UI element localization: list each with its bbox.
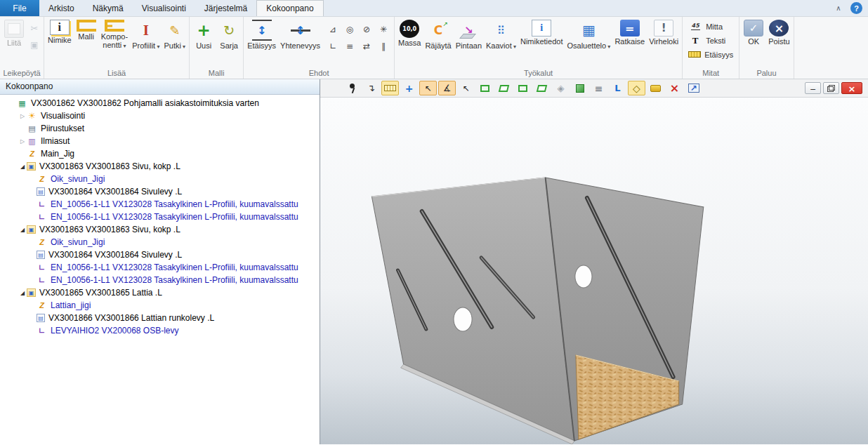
parallel-constraint-button[interactable]: ∥ bbox=[376, 39, 391, 54]
tree-expander-icon[interactable] bbox=[18, 113, 27, 119]
tab-arkisto[interactable]: Arkisto bbox=[39, 0, 84, 16]
paste-button[interactable]: Liitä bbox=[1, 18, 27, 48]
pick-plane-button[interactable] bbox=[495, 81, 513, 95]
corner-constraint-button[interactable]: ∟ bbox=[325, 39, 341, 54]
equal-constraint-button[interactable]: ≡ bbox=[342, 39, 357, 54]
tree-item-piirustukset[interactable]: Piirustukset bbox=[0, 122, 320, 135]
kaaviot-button[interactable]: Kaaviot ▾ bbox=[484, 18, 518, 53]
uusi-icon bbox=[194, 20, 213, 41]
angle-constraint-button[interactable]: ⊿ bbox=[325, 22, 341, 37]
cursor-icon: ↖ bbox=[424, 84, 431, 93]
pick-loop-button[interactable] bbox=[514, 81, 532, 95]
tree-item-profiili-2b[interactable]: EN_10056-1-L1 VX123028 Tasakylkinen L-Pr… bbox=[0, 274, 320, 286]
tree-expander-icon[interactable] bbox=[18, 138, 27, 145]
tree-item-lattia[interactable]: VX3001865 VX3001865 Lattia .L bbox=[0, 286, 320, 299]
measure-button[interactable] bbox=[381, 81, 399, 95]
mitta-button[interactable]: Mitta bbox=[688, 20, 733, 32]
rajayta-button[interactable]: Räjäytä bbox=[423, 18, 453, 53]
restore-button[interactable] bbox=[823, 82, 839, 94]
copy-button[interactable] bbox=[27, 37, 42, 53]
tangent-constraint-button[interactable]: ⊘ bbox=[359, 22, 374, 37]
tree-item-oik-sivun-jigi-1[interactable]: Oik_sivun_Jigi bbox=[0, 173, 320, 185]
tree-item-ilmiasut[interactable]: Ilmiasut bbox=[0, 135, 320, 147]
pick-part-button[interactable] bbox=[571, 81, 588, 95]
uusi-button[interactable]: Uusi bbox=[191, 18, 216, 53]
select-cursor-button[interactable]: ↖ bbox=[457, 81, 475, 95]
tree-expander-icon[interactable] bbox=[18, 227, 27, 233]
direction-constraint-button[interactable]: ⇄ bbox=[359, 39, 374, 54]
minimize-button[interactable] bbox=[805, 82, 821, 94]
pin-button[interactable] bbox=[343, 81, 361, 95]
3d-scene[interactable] bbox=[320, 98, 868, 444]
tree-item-sivu-kokp-1[interactable]: VX3001863 VX3001863 Sivu, kokp .L bbox=[0, 160, 320, 173]
poistu-button[interactable]: Poistu bbox=[766, 18, 792, 48]
tree-item-lattian-jigi[interactable]: Lattian_jigi bbox=[0, 299, 320, 312]
nimiketiedot-icon bbox=[532, 20, 551, 36]
snap-angle-button[interactable]: ∡ bbox=[438, 81, 456, 95]
tab-kokoonpano[interactable]: Kokoonpano bbox=[256, 0, 323, 16]
left-wall-panel[interactable] bbox=[371, 178, 574, 441]
model-list-button[interactable]: ≡ bbox=[590, 81, 607, 95]
tree-item-osb-levy[interactable]: LEVYAIHIO2 VX200068 OSB-levy bbox=[0, 324, 320, 337]
snap-point-button[interactable]: + bbox=[400, 81, 418, 95]
tab-file[interactable]: File bbox=[0, 0, 39, 16]
tree-item-root[interactable]: VX3001862 VX3001862 Pohjamalli asiakasto… bbox=[0, 97, 320, 109]
osaluettelo-button[interactable]: Osaluettelo ▾ bbox=[565, 18, 612, 53]
teksti-icon bbox=[688, 35, 702, 46]
tree-item-profiili-2a[interactable]: EN_10056-1-L1 VX123028 Tasakylkinen L-Pr… bbox=[0, 261, 320, 274]
nimike-button[interactable]: Nimike bbox=[46, 18, 74, 47]
tab-jarjestelma[interactable]: Järjestelmä bbox=[195, 0, 256, 16]
right-wall-hole[interactable] bbox=[575, 265, 592, 288]
pick-solid-button[interactable]: ◈ bbox=[552, 81, 570, 95]
nimiketiedot-button[interactable]: Nimiketiedot bbox=[518, 18, 565, 48]
virheloki-button[interactable]: Virheloki bbox=[647, 18, 680, 48]
profiilit-button[interactable]: Profiilit ▾ bbox=[130, 18, 162, 53]
close-button[interactable] bbox=[841, 82, 862, 94]
clip-plane-button[interactable]: ◇ bbox=[628, 81, 645, 95]
komponentti-button[interactable]: Kompo- nentti ▾ bbox=[99, 18, 131, 52]
etaisyys-mitta-button[interactable]: Etäisyys bbox=[688, 48, 733, 60]
tree-item-oik-sivun-jigi-2[interactable]: Oik_sivun_Jigi bbox=[0, 236, 320, 248]
collapse-ribbon-icon[interactable] bbox=[832, 3, 845, 14]
pick-face-button[interactable] bbox=[476, 81, 494, 95]
cut-button[interactable] bbox=[27, 20, 42, 36]
ok-button[interactable]: OK bbox=[741, 18, 766, 48]
tree-item-profiili-1b[interactable]: EN_10056-1-L1 VX123028 Tasakylkinen L-Pr… bbox=[0, 211, 320, 223]
ribbon-group-lisaa: Nimike Malli Kompo- nentti ▾ Profiilit ▾… bbox=[44, 17, 190, 79]
pintaan-button[interactable]: Pintaan bbox=[454, 18, 484, 53]
putki-button[interactable]: Putki ▾ bbox=[162, 18, 188, 53]
rajayta-icon bbox=[428, 20, 448, 41]
fix-constraint-button[interactable]: ✳ bbox=[376, 22, 391, 37]
teksti-button[interactable]: Teksti bbox=[688, 34, 733, 46]
massa-button[interactable]: 10,0 Massa bbox=[396, 18, 423, 50]
tree-expander-icon[interactable] bbox=[18, 290, 27, 296]
malli-button[interactable]: Malli bbox=[74, 18, 99, 44]
export-view-button[interactable]: ↗ bbox=[685, 81, 702, 95]
tree-item-visualisointi[interactable]: Visualisointi bbox=[0, 109, 320, 122]
snap-edge-button[interactable]: ↖ bbox=[419, 81, 437, 95]
print-button[interactable] bbox=[647, 81, 664, 95]
left-wall-hole[interactable] bbox=[454, 307, 472, 331]
constraint-icon: ∟ bbox=[329, 41, 336, 51]
constraint-icon: ⇄ bbox=[363, 41, 370, 51]
help-icon[interactable] bbox=[850, 2, 862, 14]
tree-item-sivulevy-1[interactable]: VX3001864 VX3001864 Sivulevy .L bbox=[0, 185, 320, 198]
concentric-constraint-button[interactable]: ◎ bbox=[342, 22, 357, 37]
layers-button[interactable]: L bbox=[609, 81, 626, 95]
pick-region-button[interactable] bbox=[533, 81, 551, 95]
tree-item-profiili-1a[interactable]: EN_10056-1-L1 VX123028 Tasakylkinen L-Pr… bbox=[0, 198, 320, 211]
sarja-button[interactable]: Sarja bbox=[216, 18, 242, 53]
tree-item-main-jig[interactable]: Main_Jig bbox=[0, 147, 320, 160]
tab-nakyma[interactable]: Näkymä bbox=[84, 0, 133, 16]
delete-button[interactable]: × bbox=[666, 81, 683, 95]
detach-view-button[interactable]: ↴ bbox=[362, 81, 380, 95]
tree-item-sivulevy-2[interactable]: VX3001864 VX3001864 Sivulevy .L bbox=[0, 248, 320, 261]
tree-item-sivu-kokp-2[interactable]: VX3001863 VX3001863 Sivu, kokp .L bbox=[0, 223, 320, 236]
gframe-icon bbox=[518, 85, 527, 92]
yhtenevyys-button[interactable]: Yhtenevyys bbox=[278, 18, 322, 53]
tree-item-runkolevy[interactable]: VX3001866 VX3001866 Lattian runkolevy .L bbox=[0, 312, 320, 324]
tab-visualisointi[interactable]: Visualisointi bbox=[133, 0, 195, 16]
ratkaise-button[interactable]: Ratkaise bbox=[612, 18, 647, 48]
etaisyys-ehto-button[interactable]: Etäisyys bbox=[245, 18, 278, 53]
tree-expander-icon[interactable] bbox=[18, 164, 27, 170]
